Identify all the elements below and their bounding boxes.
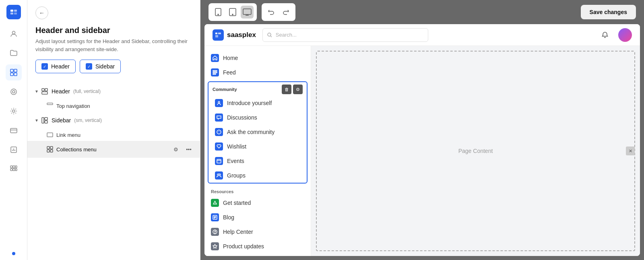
svg-rect-21 bbox=[45, 89, 47, 91]
sidebar-item-integrations[interactable] bbox=[6, 84, 22, 100]
blog-label: Blog bbox=[223, 214, 234, 221]
svg-rect-19 bbox=[15, 169, 17, 171]
svg-rect-37 bbox=[215, 33, 217, 34]
introduce-label: Introduce yourself bbox=[227, 100, 272, 106]
svg-rect-16 bbox=[15, 166, 17, 168]
svg-rect-2 bbox=[10, 12, 13, 14]
events-label: Events bbox=[227, 158, 244, 164]
sidebar-item-events[interactable]: Events bbox=[208, 154, 307, 168]
sidebar-item-reports[interactable] bbox=[6, 142, 22, 158]
svg-rect-8 bbox=[14, 73, 17, 76]
sidebar-layout-icon bbox=[41, 117, 48, 124]
desktop-view-button[interactable] bbox=[241, 6, 254, 19]
discussions-icon bbox=[215, 113, 223, 122]
mobile-view-button[interactable] bbox=[212, 6, 225, 19]
svg-rect-39 bbox=[215, 35, 218, 37]
sidebar-item-introduce[interactable]: Introduce yourself bbox=[208, 96, 307, 110]
productupdates-label: Product updates bbox=[223, 243, 264, 250]
svg-rect-28 bbox=[47, 147, 50, 149]
saasplex-logo-icon bbox=[213, 29, 224, 41]
sidebar-tree-row[interactable]: ▾ Sidebar (sm, vertical) bbox=[35, 114, 192, 126]
events-icon bbox=[215, 157, 223, 165]
panel-description: Adjust layout settings for the Header an… bbox=[27, 37, 200, 60]
save-changes-button[interactable]: Save changes bbox=[581, 5, 636, 19]
user-avatar[interactable] bbox=[618, 28, 632, 42]
header-tree-row[interactable]: ▾ Header (full, vertical) bbox=[35, 85, 192, 97]
sidebar-item-getstarted[interactable]: Get started bbox=[204, 196, 311, 210]
svg-point-51 bbox=[215, 233, 215, 233]
search-placeholder: Search... bbox=[276, 32, 297, 38]
sidebar-item-productupdates[interactable]: Product updates bbox=[204, 239, 311, 254]
svg-point-48 bbox=[219, 174, 221, 175]
svg-rect-18 bbox=[13, 169, 15, 171]
link-menu-item[interactable]: Link menu bbox=[27, 129, 200, 141]
svg-rect-15 bbox=[13, 166, 15, 168]
sidebar-item-layout[interactable] bbox=[6, 64, 22, 80]
device-buttons bbox=[208, 3, 257, 21]
sidebar-item-billing[interactable] bbox=[6, 122, 22, 138]
app-logo: saasplex bbox=[213, 29, 256, 41]
productupdates-icon bbox=[211, 242, 219, 250]
svg-rect-46 bbox=[217, 159, 221, 163]
svg-point-45 bbox=[217, 130, 221, 134]
svg-rect-7 bbox=[10, 73, 13, 76]
sidebar-item-feed[interactable]: Feed bbox=[204, 65, 311, 80]
sidebar-item-discussions[interactable]: Discussions bbox=[208, 110, 307, 125]
collections-settings-icon[interactable]: ⚙ bbox=[170, 144, 182, 155]
svg-rect-24 bbox=[42, 118, 44, 123]
svg-rect-14 bbox=[10, 166, 12, 168]
redo-button[interactable] bbox=[279, 6, 292, 19]
sidebar-item-wishlist[interactable]: Wishlist bbox=[208, 139, 307, 154]
app-body: Home Feed Community bbox=[204, 46, 640, 256]
back-button[interactable]: ← bbox=[35, 6, 48, 19]
history-buttons bbox=[262, 3, 295, 21]
svg-rect-26 bbox=[45, 121, 47, 123]
header-tree-label: Header bbox=[52, 88, 70, 95]
link-icon bbox=[47, 132, 53, 138]
svg-point-44 bbox=[218, 101, 220, 103]
svg-rect-5 bbox=[10, 69, 13, 72]
tablet-view-button[interactable] bbox=[226, 6, 239, 19]
helpcenter-label: Help Center bbox=[223, 229, 253, 235]
sidebar-item-apps[interactable] bbox=[6, 161, 22, 177]
svg-point-10 bbox=[12, 91, 15, 93]
top-navigation-item[interactable]: Top navigation bbox=[27, 100, 200, 112]
svg-rect-12 bbox=[10, 128, 17, 133]
app-search[interactable]: Search... bbox=[262, 28, 428, 42]
community-label: Community bbox=[213, 87, 237, 92]
settings-section-icon[interactable]: ⚙ bbox=[293, 85, 303, 94]
header-check-icon: ✓ bbox=[41, 63, 48, 70]
header-toggle[interactable]: ✓ Header bbox=[35, 60, 76, 73]
helpcenter-icon bbox=[211, 228, 219, 236]
sidebar-item-roadmap[interactable]: Roadmap bbox=[204, 254, 311, 256]
delete-section-icon[interactable]: 🗑 bbox=[282, 85, 291, 94]
sidebar-item-blog[interactable]: Blog bbox=[204, 210, 311, 225]
sidebar-item-helpcenter[interactable]: Help Center bbox=[204, 225, 311, 239]
page-content-area: Page Content ✕ bbox=[311, 46, 640, 256]
sidebar-item-ask[interactable]: Ask the community bbox=[208, 125, 307, 139]
svg-rect-36 bbox=[243, 9, 251, 14]
search-icon bbox=[267, 32, 272, 38]
app-logo-text: saasplex bbox=[227, 31, 256, 39]
svg-rect-23 bbox=[47, 103, 53, 105]
close-handle-icon[interactable]: ✕ bbox=[626, 147, 635, 155]
svg-rect-1 bbox=[14, 10, 17, 12]
sidebar-item-settings[interactable] bbox=[6, 103, 22, 119]
collections-menu-item[interactable]: Collections menu ⚙ ••• bbox=[27, 141, 200, 158]
collections-menu-label: Collections menu bbox=[56, 147, 97, 153]
app-sidebar: Home Feed Community bbox=[204, 46, 311, 256]
sidebar-item-home[interactable]: Home bbox=[204, 51, 311, 65]
sidebar-item-user[interactable] bbox=[6, 26, 22, 42]
sidebar-toggle[interactable]: ✓ Sidebar bbox=[80, 60, 121, 73]
sidebar-item-folder[interactable] bbox=[6, 45, 22, 61]
collections-more-icon[interactable]: ••• bbox=[183, 144, 194, 155]
svg-rect-3 bbox=[14, 12, 17, 14]
undo-button[interactable] bbox=[265, 6, 278, 19]
svg-rect-38 bbox=[218, 33, 221, 34]
notification-bell-icon[interactable] bbox=[598, 28, 612, 42]
sidebar-item-groups[interactable]: Groups bbox=[208, 168, 307, 183]
svg-point-35 bbox=[232, 14, 233, 15]
link-menu-label: Link menu bbox=[56, 132, 80, 138]
panel-title: Header and sidebar bbox=[27, 19, 200, 37]
app-logo-icon bbox=[6, 5, 21, 19]
